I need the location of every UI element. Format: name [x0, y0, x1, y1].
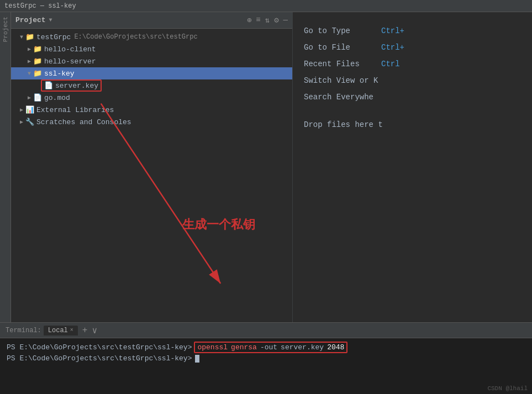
shortcut-key: Ctrl+: [381, 40, 404, 55]
terminal-area: Terminal: Local × + ∨ PS E:\Code\GoProje…: [0, 322, 532, 394]
watermark: CSDN @lhail: [487, 385, 528, 392]
cmd-filename: server.key: [281, 343, 324, 352]
right-panel: Go to Type Ctrl+ Go to File Ctrl+ Recent…: [293, 12, 532, 322]
terminal-line-2: PS E:\Code\GoProjects\src\testGrpc\ssl-k…: [7, 354, 525, 363]
tree-label: go.mod: [44, 94, 70, 102]
tab-name: Local: [48, 327, 68, 334]
cmd-openssl: openssl: [197, 343, 228, 352]
folder-icon: 📁: [25, 33, 34, 41]
tree-item-server-key[interactable]: 📄 server.key: [11, 79, 292, 92]
globe-icon[interactable]: ⊕: [247, 15, 251, 25]
project-panel: Project ▼ ⊕ ≡ ⇅ ⚙ — ▼ 📁 testGrpc E:\Code…: [11, 12, 293, 322]
prompt-2: PS E:\Code\GoProjects\src\testGrpc\ssl-k…: [7, 354, 192, 363]
folder-icon: 📁: [33, 45, 42, 54]
tree-label: hello-client: [44, 45, 96, 54]
scratch-icon: 🔧: [25, 118, 34, 126]
chevron-icon: ▶: [18, 119, 25, 125]
shortcut-search: Search Everywhe: [304, 89, 521, 105]
shortcut-goto-type: Go to Type Ctrl+: [304, 23, 521, 39]
chevron-icon: ▼: [18, 34, 25, 40]
cmd-flag: -out: [260, 343, 277, 352]
file-icon: 📄: [33, 93, 42, 102]
shortcut-label: Recent Files: [304, 56, 381, 72]
panel-header: Project ▼ ⊕ ≡ ⇅ ⚙ —: [11, 12, 292, 29]
file-tree: ▼ 📁 testGrpc E:\Code\GoProjects\src\test…: [11, 29, 292, 322]
chevron-icon: ▶: [25, 94, 33, 101]
drop-label: Drop files here t: [304, 117, 383, 132]
shortcut-goto-file: Go to File Ctrl+: [304, 40, 521, 55]
title-text: testGrpc — ssl-key: [4, 2, 76, 10]
shortcut-recent-files: Recent Files Ctrl: [304, 56, 521, 72]
tree-label: server.key: [55, 82, 98, 90]
tree-item-hello-server[interactable]: ▶ 📁 hello-server: [11, 55, 292, 67]
vertical-project-label[interactable]: Project: [1, 14, 10, 44]
expand-button[interactable]: ∨: [92, 325, 97, 336]
title-bar: testGrpc — ssl-key: [0, 0, 532, 12]
panel-title: Project: [15, 16, 46, 24]
annotation-text: 生成一个私钥: [182, 216, 255, 233]
chevron-icon: ▶: [18, 107, 25, 113]
cmd-genrsa: genrsa: [231, 343, 257, 352]
chevron-icon: ▶: [25, 58, 33, 65]
shortcut-label: Search Everywhe: [304, 89, 381, 105]
tab-close-icon[interactable]: ×: [70, 327, 73, 333]
settings-icon[interactable]: ⚙: [274, 15, 278, 25]
tree-label: External Libraries: [36, 106, 114, 114]
tree-label: Scratches and Consoles: [36, 118, 131, 126]
shortcut-label: Go to File: [304, 40, 381, 55]
tree-item-hello-client[interactable]: ▶ 📁 hello-client: [11, 43, 292, 55]
shortcut-key: Ctrl+: [381, 23, 404, 39]
tree-item-ssl-key[interactable]: ▼ 📁 ssl-key: [11, 67, 292, 79]
shortcut-key: Ctrl: [381, 56, 400, 72]
prompt-1: PS E:\Code\GoProjects\src\testGrpc\ssl-k…: [7, 343, 192, 352]
folder-icon: 📁: [33, 57, 42, 66]
terminal-tab-local[interactable]: Local ×: [44, 326, 78, 336]
terminal-content: PS E:\Code\GoProjects\src\testGrpc\ssl-k…: [0, 338, 532, 394]
panel-icons: ⊕ ≡ ⇅ ⚙ —: [247, 15, 288, 25]
chevron-icon: ▼: [25, 71, 33, 77]
tree-label: testGrpc: [36, 33, 71, 41]
list-icon[interactable]: ≡: [256, 15, 260, 25]
drop-files-text: Drop files here t: [304, 117, 521, 132]
file-icon: 📄: [44, 81, 53, 90]
tree-label: ssl-key: [44, 70, 75, 78]
side-icon-bar: Project: [0, 12, 11, 322]
tree-path: E:\Code\GoProjects\src\testGrpc: [74, 33, 197, 41]
cursor: [195, 355, 199, 363]
tree-label: hello-server: [44, 57, 96, 66]
cmd-bits: 2048: [327, 343, 344, 352]
ext-libs-icon: 📊: [25, 105, 34, 114]
sort-icon[interactable]: ⇅: [265, 15, 270, 25]
shortcut-label: Go to Type: [304, 23, 381, 39]
panel-arrow[interactable]: ▼: [49, 17, 52, 23]
add-tab-button[interactable]: +: [82, 326, 88, 336]
terminal-label: Terminal:: [6, 327, 41, 334]
tree-item-scratches[interactable]: ▶ 🔧 Scratches and Consoles: [11, 116, 292, 128]
minimize-icon[interactable]: —: [283, 15, 288, 25]
tree-item-go-mod[interactable]: ▶ 📄 go.mod: [11, 92, 292, 104]
tree-item-testgrpc[interactable]: ▼ 📁 testGrpc E:\Code\GoProjects\src\test…: [11, 31, 292, 43]
folder-icon: 📁: [33, 69, 42, 78]
shortcut-switch-view: Switch View or K: [304, 73, 521, 88]
chevron-icon: ▶: [25, 46, 33, 52]
shortcut-label: Switch View or K: [304, 73, 381, 88]
tree-item-ext-libs[interactable]: ▶ 📊 External Libraries: [11, 104, 292, 116]
terminal-tabs: Terminal: Local × + ∨: [0, 323, 532, 338]
terminal-line-1: PS E:\Code\GoProjects\src\testGrpc\ssl-k…: [7, 342, 525, 353]
